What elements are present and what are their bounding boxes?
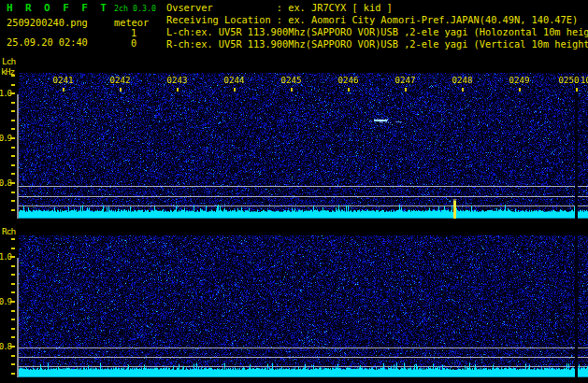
lch-spectrogram — [19, 73, 588, 219]
lch-minor-tick — [11, 75, 15, 77]
lch-minor-tick — [11, 200, 15, 202]
lch-axis-border — [17, 94, 19, 219]
rch-receiver-line: R-ch:ex. UV5R 113.900Mhz(SAPPORO VOR)USB… — [166, 39, 588, 50]
time-label-0242: 0242 — [108, 75, 132, 85]
output-filename: 2509200240.png — [7, 17, 88, 28]
rch-spectrogram — [19, 235, 588, 377]
rch-meteor-count: 0 — [131, 37, 136, 49]
app-version: 2ch 0.3.0 — [114, 4, 156, 13]
minute-tick-0247 — [405, 88, 407, 92]
time-label-0241: 0241 — [51, 75, 75, 85]
lch-minor-tick — [11, 192, 15, 193]
rch-minor-tick — [11, 310, 15, 312]
minute-tick-0241 — [63, 88, 65, 92]
location-line: Receiving Location : ex. Aomori City Aom… — [166, 15, 578, 25]
rch-minor-tick — [11, 328, 15, 330]
time-label-0247: 0247 — [394, 75, 417, 85]
minute-tick-0248 — [462, 88, 464, 92]
rch-minor-tick — [11, 319, 15, 320]
rch-minor-tick — [11, 336, 15, 338]
rch-minor-tick — [11, 238, 15, 240]
lch-minor-tick — [11, 155, 15, 157]
rch-major-tick — [10, 256, 15, 258]
time-label-0248: 0248 — [451, 75, 474, 85]
minute-tick-0242 — [120, 88, 122, 92]
rch-major-tick — [10, 346, 15, 348]
rch-minor-tick — [11, 355, 15, 357]
app-title: H R O F F T — [7, 2, 109, 14]
lch-minor-tick — [11, 173, 15, 175]
hrofft-screen: H R O F F T 2ch 0.3.0 2509200240.png met… — [0, 0, 588, 383]
rch-minor-tick — [11, 373, 15, 375]
rch-minor-tick — [11, 363, 15, 365]
lch-minor-tick — [11, 164, 15, 166]
lch-minor-tick — [11, 209, 15, 211]
rch-axis-label: Rch — [2, 226, 15, 236]
lch-receiver-line: L-ch:ex. UV5R 113.900Mhz(SAPPORO VOR)USB… — [166, 27, 588, 37]
minute-tick-0245 — [291, 88, 293, 92]
lch-minor-tick — [11, 84, 15, 86]
lch-axis-label: Lch — [2, 56, 15, 66]
time-label-0244: 0244 — [222, 75, 246, 85]
rch-major-tick — [10, 301, 15, 303]
time-label-0249: 0249 — [508, 75, 531, 85]
lch-major-tick — [10, 92, 15, 94]
rch-axis-border — [17, 258, 19, 377]
rch-minor-tick — [11, 291, 15, 293]
observation-timestamp: 25.09.20 02:40 — [7, 36, 88, 48]
lch-minor-tick — [11, 110, 15, 112]
time-label-0243: 0243 — [165, 75, 189, 85]
time-label-0245: 0245 — [280, 75, 303, 85]
minute-tick-0249 — [519, 88, 521, 92]
minute-tick-0250 — [576, 88, 578, 92]
rch-minor-tick — [11, 283, 15, 285]
lch-minor-tick — [11, 120, 15, 121]
lch-major-tick — [10, 137, 15, 139]
minute-tick-0243 — [177, 88, 179, 92]
lch-major-tick — [10, 182, 15, 184]
rch-minor-tick — [11, 274, 15, 276]
lch-minor-tick — [11, 128, 15, 130]
time-label-edge-fragment: 10 — [581, 75, 588, 85]
lch-minor-tick — [11, 147, 15, 149]
time-label-0250: 0250 — [557, 75, 581, 85]
minute-tick-0246 — [348, 88, 350, 92]
time-label-0246: 0246 — [337, 75, 360, 85]
lch-minor-tick — [11, 102, 15, 104]
rch-minor-tick — [11, 265, 15, 267]
minute-tick-0244 — [234, 88, 236, 92]
rch-minor-tick — [11, 248, 15, 249]
observer-line: Ovserver : ex. JR7CYX [ kid ] — [166, 3, 393, 13]
